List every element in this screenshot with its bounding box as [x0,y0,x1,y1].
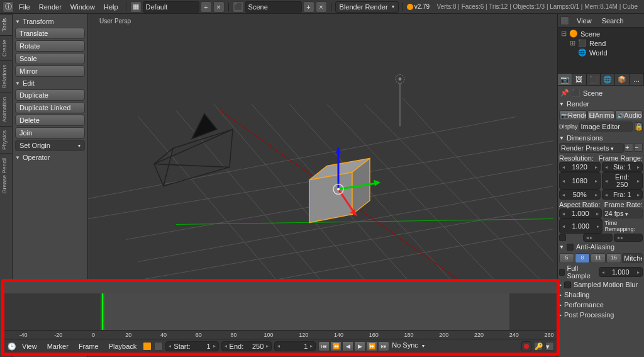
keyframe-next-button[interactable]: ⏩ [366,341,377,351]
render-preset-dropdown[interactable]: Render Presets ▾ [559,143,624,153]
play-reverse-button[interactable]: ◀ [342,341,353,351]
aa-5[interactable]: 5 [559,253,574,263]
menu-file[interactable]: File [15,2,34,12]
aa-11[interactable]: 11 [591,253,606,263]
transform-panel-head[interactable]: ▼Transform [15,16,85,26]
rotate-button[interactable]: Rotate [15,40,85,52]
timeline-range-icon[interactable] [143,342,152,351]
render-anim-button[interactable]: 🎞Animation [587,110,615,120]
edit-panel-head[interactable]: ▼Edit [15,78,85,88]
border-check[interactable] [559,234,582,242]
info-editor-icon[interactable]: ⓘ [3,1,14,13]
resolution-y-field[interactable]: ◂1080▸ [559,172,601,190]
menu-help[interactable]: Help [100,2,122,12]
tab-create[interactable]: Create [0,35,12,60]
time-remap-old[interactable]: ◂▸ [583,234,612,242]
time-remap-new[interactable]: ◂▸ [614,234,643,242]
pin-icon[interactable]: 📌 [560,89,569,97]
timeline-menu-marker[interactable]: Marker [43,341,72,351]
timeline-editor-icon[interactable]: 🕒 [7,342,16,351]
keyframe-prev-button[interactable]: ⏪ [330,341,341,351]
post-processing-head[interactable]: ▸Post Processing [559,310,643,320]
delete-button[interactable]: Delete [15,115,85,126]
timeline-menu-frame[interactable]: Frame [75,341,103,351]
motion-blur-head[interactable]: ▸Sampled Motion Blur [559,280,643,290]
layout-icon[interactable]: ▦ [130,1,142,13]
render-audio-button[interactable]: 🔊Audio [615,110,643,120]
outliner-tree[interactable]: ⊟🟠Scene ⊞⬛Rend 🌐World [558,28,644,73]
mirror-button[interactable]: Mirror [15,65,85,77]
preset-add-icon[interactable]: + [625,143,633,152]
aa-section-head[interactable]: ▼Anti-Aliasing [559,242,643,252]
translate-button[interactable]: Translate [15,28,85,39]
dimensions-section-head[interactable]: ▼Dimensions [559,133,643,143]
shading-head[interactable]: ▸Shading [559,290,643,300]
outliner-search-menu[interactable]: Search [597,16,629,26]
preset-remove-icon[interactable]: − [634,143,643,152]
tab-physics[interactable]: Physics [0,126,12,154]
layout-remove-icon[interactable]: × [213,1,225,13]
render-image-button[interactable]: 📷Render [559,110,587,120]
sync-mode-dropdown[interactable]: No Sync▾ [392,341,425,351]
layout-dropdown[interactable]: Default [143,1,199,13]
timeline-menu-view[interactable]: View [18,341,41,351]
prop-tab-object[interactable]: 📦 [615,74,630,85]
menu-window[interactable]: Window [67,2,99,12]
render-engine-dropdown[interactable]: Blender Render▾ [335,1,399,13]
lock-icon[interactable]: 🔒 [634,122,643,131]
scale-button[interactable]: Scale [15,53,85,64]
scene-remove-icon[interactable]: × [316,1,327,13]
filter-size-field[interactable]: ◂1.000▸ [599,267,643,277]
frame-step-field[interactable]: ◂Fra: 1▸ [602,190,643,200]
menu-render[interactable]: Render [35,2,65,12]
prop-tab-render[interactable]: 📷 [558,74,572,85]
tab-relations[interactable]: Relations [0,60,12,93]
render-section-head[interactable]: ▼Render [559,99,643,109]
timeline-ruler[interactable]: -40-200204060801001201401601802002202402… [4,330,557,339]
join-button[interactable]: Join [15,127,85,139]
start-frame-field[interactable]: ◂Start:1▸ [165,341,218,351]
aa-16[interactable]: 16 [606,253,621,263]
outliner-editor-icon[interactable] [560,16,569,25]
layout-add-icon[interactable]: + [201,1,212,13]
aspect-y-field[interactable]: ◂1.000▸ [559,218,602,234]
frame-end-field[interactable]: ◂End: 250▸ [602,172,643,190]
aa-filter-dropdown[interactable]: Mitchell ▾ [622,253,643,263]
keying-dropdown-icon[interactable]: ▾ [545,342,554,351]
tab-tools[interactable]: Tools [0,14,12,35]
scene-add-icon[interactable]: + [303,1,314,13]
jump-end-button[interactable]: ⏭ [378,341,389,351]
resolution-x-field[interactable]: ◂1920▸ [559,162,601,172]
svg-point-35 [337,188,340,191]
operator-panel-head[interactable]: ▼Operator [15,152,85,162]
timeline-canvas[interactable]: -40-200204060801001201401601802002202402… [4,293,557,339]
prop-tab-more[interactable]: … [630,74,644,85]
keying-set-icon[interactable]: 🔑 [534,342,543,351]
duplicate-button[interactable]: Duplicate [15,89,85,101]
display-mode-dropdown[interactable]: Image Editor [579,122,633,132]
tab-animation[interactable]: Animation [0,93,12,126]
set-origin-button[interactable]: Set Origin▾ [15,140,85,151]
current-frame-field[interactable]: ◂1▸ [274,341,316,351]
performance-head[interactable]: ▸Performance [559,300,643,310]
outliner-view-menu[interactable]: View [572,16,597,26]
duplicate-linked-button[interactable]: Duplicate Linked [15,102,85,113]
prop-tab-scene[interactable]: ⬛ [587,74,601,85]
scene-dropdown[interactable]: Scene [245,1,302,13]
timeline-preview-icon[interactable] [154,342,163,351]
full-sample-check[interactable]: Full Sample [559,264,597,280]
play-button[interactable]: ▶ [354,341,365,351]
timeline-menu-playback[interactable]: Playback [105,341,141,351]
jump-start-button[interactable]: ⏮ [318,341,330,351]
prop-tab-layers[interactable]: 🖼 [572,74,587,85]
prop-tab-world[interactable]: 🌐 [601,74,615,85]
resolution-pct-field[interactable]: ◂50%▸ [559,190,601,200]
tab-grease-pencil[interactable]: Grease Pencil [0,154,12,198]
fps-dropdown[interactable]: 24 fps ▾ [603,208,643,218]
aa-8[interactable]: 8 [575,253,590,263]
aspect-x-field[interactable]: ◂1.000▸ [559,208,602,218]
frame-start-field[interactable]: ◂Sta: 1▸ [602,162,643,172]
end-frame-field[interactable]: ◂End:250▸ [221,341,272,351]
scene-icon[interactable]: ⬛ [233,1,244,13]
auto-keyframe-button[interactable] [521,341,531,351]
